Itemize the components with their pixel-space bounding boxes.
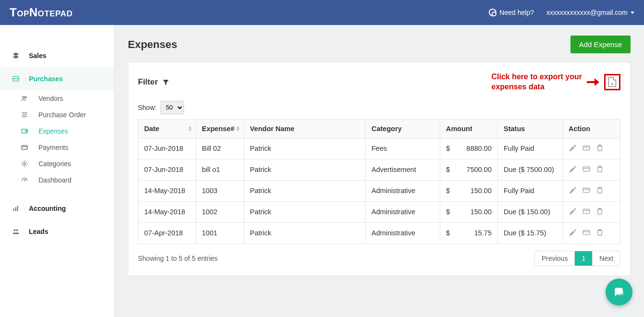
filter-icon bbox=[162, 78, 170, 86]
sidebar-sub-label: Categories bbox=[38, 160, 71, 168]
svg-rect-16 bbox=[17, 206, 18, 211]
show-select[interactable]: 50 bbox=[161, 101, 184, 114]
cell-category: Administrative bbox=[366, 201, 440, 222]
sidebar-sub-payments[interactable]: Payments bbox=[0, 139, 114, 156]
cell-status: Fully Paid bbox=[498, 138, 563, 159]
cell-vendor: Patrick bbox=[244, 201, 366, 222]
svg-point-17 bbox=[13, 229, 15, 231]
delete-icon[interactable] bbox=[595, 144, 604, 154]
sidebar-item-purchases[interactable]: Purchases bbox=[0, 67, 114, 90]
sidebar-item-label: Accounting bbox=[29, 205, 66, 212]
group-icon bbox=[12, 228, 20, 235]
sidebar-item-leads[interactable]: Leads bbox=[0, 220, 114, 243]
sidebar-item-accounting[interactable]: Accounting bbox=[0, 197, 114, 220]
page-title: Expenses bbox=[128, 38, 177, 51]
cell-actions bbox=[563, 222, 620, 244]
cell-amount: $8880.00 bbox=[440, 138, 498, 159]
col-action: Action bbox=[563, 119, 620, 138]
svg-point-2 bbox=[23, 96, 25, 98]
gauge-icon bbox=[20, 176, 29, 184]
sidebar-item-label: Leads bbox=[29, 228, 48, 235]
pay-icon[interactable] bbox=[582, 165, 591, 175]
svg-rect-23 bbox=[583, 188, 590, 192]
filter-toggle[interactable]: Filter bbox=[138, 77, 170, 87]
col-vendor[interactable]: Vendor Name bbox=[244, 119, 366, 138]
cell-vendor: Patrick bbox=[244, 222, 366, 244]
svg-rect-14 bbox=[13, 208, 14, 211]
table-row: 14-May-20181003PatrickAdministrative$150… bbox=[138, 180, 620, 201]
cell-date: 07-Apr-2018 bbox=[138, 222, 196, 244]
main-area: Expenses Add Expense Filter Click here t… bbox=[114, 25, 644, 317]
pager-next[interactable]: Next bbox=[592, 251, 620, 266]
cell-vendor: Patrick bbox=[244, 159, 366, 180]
svg-rect-15 bbox=[15, 207, 16, 211]
cell-amount: $7500.00 bbox=[440, 159, 498, 180]
col-label: Expense# bbox=[202, 125, 235, 133]
pay-icon[interactable] bbox=[582, 186, 591, 196]
col-category[interactable]: Category bbox=[366, 119, 440, 138]
sidebar-sub-label: Expenses bbox=[38, 127, 68, 135]
cell-vendor: Patrick bbox=[244, 138, 366, 159]
col-amount[interactable]: Amount bbox=[440, 119, 498, 138]
col-date[interactable]: Date bbox=[138, 119, 196, 138]
user-menu[interactable]: xxxxxxxxxxxxx@gmail.com bbox=[546, 9, 634, 16]
svg-rect-21 bbox=[583, 167, 590, 171]
chart-icon bbox=[12, 205, 20, 212]
wallet-icon bbox=[20, 127, 29, 135]
pay-icon[interactable] bbox=[582, 228, 591, 238]
sidebar-sub-purchase-order[interactable]: Purchase Order bbox=[0, 107, 114, 123]
sidebar-sub-expenses[interactable]: Expenses bbox=[0, 123, 114, 139]
sidebar-item-sales[interactable]: Sales bbox=[0, 44, 114, 67]
edit-icon[interactable] bbox=[569, 186, 577, 196]
table-header-row: Date Expense# Vendor Name Category Amoun… bbox=[138, 119, 620, 138]
sidebar: Sales Purchases Vendors Purchase Order E… bbox=[0, 25, 114, 317]
edit-icon[interactable] bbox=[569, 165, 577, 175]
layers-icon bbox=[12, 52, 20, 60]
svg-point-18 bbox=[16, 229, 18, 231]
cell-expense-num: 1001 bbox=[196, 222, 244, 244]
chat-icon bbox=[613, 286, 625, 298]
add-expense-button[interactable]: Add Expense bbox=[570, 36, 631, 53]
edit-icon[interactable] bbox=[569, 207, 577, 217]
table-row: 14-May-20181002PatrickAdministrative$150… bbox=[138, 201, 620, 222]
callout-line: expenses data bbox=[492, 82, 582, 92]
pager-page-1[interactable]: 1 bbox=[574, 251, 592, 266]
col-status[interactable]: Status bbox=[498, 119, 563, 138]
delete-icon[interactable] bbox=[595, 165, 604, 175]
col-expense-num[interactable]: Expense# bbox=[196, 119, 244, 138]
table-row: 07-Jun-2018Bill 02PatrickFees$8880.00Ful… bbox=[138, 138, 620, 159]
cell-actions bbox=[563, 180, 620, 201]
svg-rect-8 bbox=[25, 131, 27, 132]
pay-icon[interactable] bbox=[582, 207, 591, 217]
export-button[interactable]: x bbox=[604, 74, 620, 90]
sort-icon bbox=[188, 126, 192, 131]
sidebar-sub-label: Payments bbox=[38, 144, 68, 151]
users-icon bbox=[20, 95, 29, 102]
pay-icon[interactable] bbox=[582, 144, 591, 154]
svg-point-11 bbox=[24, 163, 25, 165]
cell-vendor: Patrick bbox=[244, 180, 366, 201]
sidebar-sub-categories[interactable]: Categories bbox=[0, 156, 114, 172]
sidebar-sub-label: Vendors bbox=[38, 95, 63, 102]
delete-icon[interactable] bbox=[595, 207, 604, 217]
cell-actions bbox=[563, 159, 620, 180]
edit-icon[interactable] bbox=[569, 228, 577, 238]
delete-icon[interactable] bbox=[595, 186, 604, 196]
edit-icon[interactable] bbox=[569, 144, 577, 154]
help-link[interactable]: Need help? bbox=[489, 9, 534, 16]
pagination: Previous 1 Next bbox=[534, 251, 620, 266]
sidebar-sub-dashboard[interactable]: Dashboard bbox=[0, 172, 114, 188]
svg-rect-9 bbox=[22, 146, 27, 149]
sidebar-sub-vendors[interactable]: Vendors bbox=[0, 90, 114, 107]
delete-icon[interactable] bbox=[595, 228, 604, 238]
chat-button[interactable] bbox=[606, 279, 632, 305]
pager-prev[interactable]: Previous bbox=[535, 251, 574, 266]
col-label: Action bbox=[569, 125, 590, 133]
col-label: Date bbox=[144, 125, 159, 133]
cell-date: 14-May-2018 bbox=[138, 180, 196, 201]
expenses-table: Date Expense# Vendor Name Category Amoun… bbox=[138, 119, 620, 244]
cell-category: Administrative bbox=[366, 180, 440, 201]
svg-point-3 bbox=[25, 97, 26, 98]
entries-info: Showing 1 to 5 of 5 entries bbox=[138, 255, 218, 262]
chevron-down-icon bbox=[631, 12, 634, 14]
